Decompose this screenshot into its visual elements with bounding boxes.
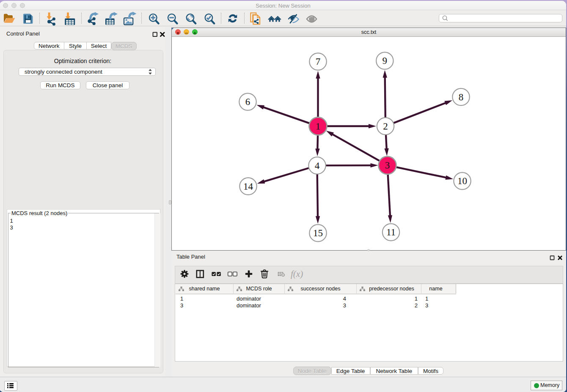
svg-text:f(x): f(x) — [291, 269, 303, 279]
svg-text:15: 15 — [313, 228, 323, 238]
svg-text:4: 4 — [315, 160, 320, 171]
svg-text:1: 1 — [316, 121, 321, 132]
svg-text:7: 7 — [316, 56, 321, 67]
svg-text:2: 2 — [383, 121, 388, 132]
svg-text:11: 11 — [386, 227, 396, 237]
svg-text:14: 14 — [243, 181, 253, 192]
svg-text:6: 6 — [245, 97, 250, 107]
svg-text:10: 10 — [457, 176, 467, 186]
svg-text:9: 9 — [383, 55, 388, 66]
svg-text:3: 3 — [385, 160, 390, 171]
svg-text:8: 8 — [459, 92, 464, 102]
